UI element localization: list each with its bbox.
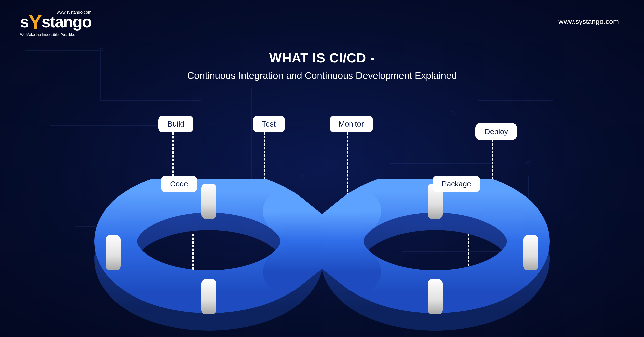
stage-deploy: Deploy	[475, 123, 517, 140]
logo-tagline: We Make the Impossible, Possible.	[20, 33, 91, 38]
svg-rect-17	[523, 235, 538, 270]
stage-test: Test	[253, 116, 285, 132]
stage-package: Package	[433, 176, 480, 192]
svg-rect-14	[106, 235, 121, 270]
title-block: WHAT IS CI/CD - Continuous Integration a…	[0, 50, 644, 81]
svg-rect-16	[428, 279, 443, 314]
stage-code: Code	[161, 176, 197, 192]
stage-monitor: Monitor	[330, 116, 373, 132]
cicd-infinity-diagram: Build Test Monitor Deploy Code Package	[88, 108, 556, 334]
logo-wordmark: sYstango	[20, 13, 91, 31]
stage-build: Build	[158, 116, 193, 132]
svg-rect-13	[201, 279, 216, 314]
brand-logo: www.systango.com sYstango We Make the Im…	[20, 10, 91, 38]
svg-rect-12	[201, 184, 216, 219]
website-url: www.systango.com	[558, 18, 619, 26]
page-subtitle: Continuous Integration and Continuous De…	[0, 70, 644, 81]
infinity-loop-icon	[88, 179, 556, 334]
page-title: WHAT IS CI/CD -	[0, 50, 644, 65]
